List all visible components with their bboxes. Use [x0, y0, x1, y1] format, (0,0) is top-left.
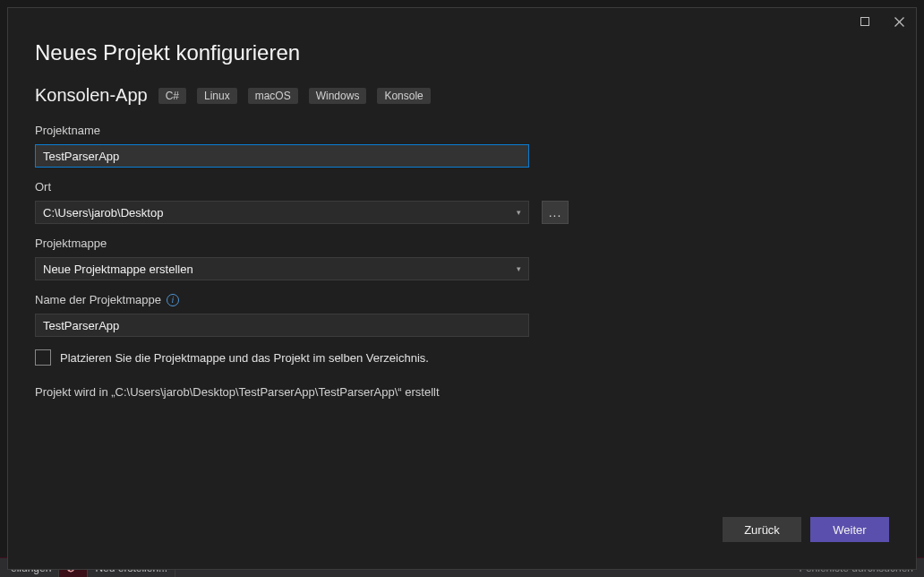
template-tag: macOS [248, 88, 298, 104]
dialog-footer: Zurück Weiter [8, 504, 916, 569]
template-tag: Linux [197, 88, 237, 104]
same-directory-checkbox[interactable] [35, 349, 51, 366]
next-button[interactable]: Weiter [810, 517, 889, 542]
info-icon[interactable]: i [167, 294, 179, 306]
template-tag: C# [158, 88, 186, 104]
back-button[interactable]: Zurück [723, 517, 801, 542]
new-project-dialog: Neues Projekt konfigurieren Konsolen-App… [7, 7, 917, 570]
solution-field: Projektmappe Neue Projektmappe erstellen… [35, 237, 889, 280]
template-tag: Konsole [377, 88, 430, 104]
same-directory-row: Platzieren Sie die Projektmappe und das … [35, 349, 889, 366]
location-label: Ort [35, 180, 889, 194]
project-name-input[interactable] [35, 144, 529, 168]
template-name: Konsolen-App [35, 85, 148, 106]
solution-name-label-text: Name der Projektmappe [35, 293, 161, 306]
solution-name-label: Name der Projektmappe i [35, 293, 889, 306]
window-titlebar [8, 8, 916, 35]
location-field: Ort C:\Users\jarob\Desktop ▾ ... [35, 180, 889, 224]
project-name-field: Projektname [35, 124, 889, 168]
chevron-down-icon: ▾ [517, 208, 521, 217]
svg-rect-0 [861, 18, 869, 26]
page-title: Neues Projekt konfigurieren [35, 40, 889, 65]
template-subheader: Konsolen-App C# Linux macOS Windows Kons… [35, 85, 889, 106]
browse-button[interactable]: ... [542, 201, 569, 224]
template-tag: Windows [309, 88, 367, 104]
creation-path-text: Projekt wird in „C:\Users\jarob\Desktop\… [35, 385, 889, 399]
solution-value: Neue Projektmappe erstellen [43, 263, 193, 276]
location-combo[interactable]: C:\Users\jarob\Desktop ▾ [35, 201, 529, 224]
maximize-button[interactable] [848, 9, 882, 34]
project-name-label: Projektname [35, 124, 889, 137]
close-button[interactable] [882, 9, 916, 34]
solution-label: Projektmappe [35, 237, 889, 250]
chevron-down-icon: ▾ [517, 264, 521, 273]
solution-name-field: Name der Projektmappe i [35, 293, 889, 337]
location-value: C:\Users\jarob\Desktop [43, 206, 163, 220]
same-directory-label: Platzieren Sie die Projektmappe und das … [60, 351, 429, 365]
solution-combo[interactable]: Neue Projektmappe erstellen ▾ [35, 257, 529, 280]
solution-name-input[interactable] [35, 314, 529, 337]
dialog-content: Neues Projekt konfigurieren Konsolen-App… [8, 35, 916, 504]
